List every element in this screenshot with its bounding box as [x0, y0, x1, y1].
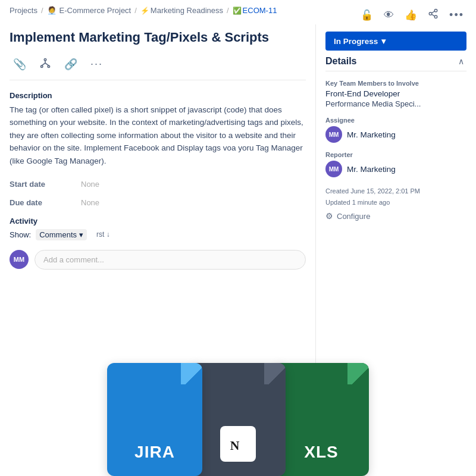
comment-row: MM Add a comment... [10, 250, 306, 270]
toolbar: 📎 🔗 ··· [10, 55, 306, 80]
created-date: Created June 15, 2022, 2:01 PM [325, 186, 466, 197]
comment-placeholder: Add a comment... [43, 255, 104, 264]
assignee-row: MM Mr. Marketing [325, 126, 466, 143]
svg-line-4 [432, 11, 435, 13]
lock-button[interactable]: 🔓 [358, 7, 375, 24]
svg-point-6 [41, 65, 43, 67]
assignee-field: Assignee MM Mr. Marketing [325, 117, 466, 143]
like-button[interactable]: 👍 [402, 7, 419, 24]
reporter-field: Reporter MM Mr. Marketing [325, 151, 466, 177]
due-date-row: Due date None [10, 198, 306, 207]
sort-label: rst ↓ [96, 230, 110, 239]
svg-line-9 [42, 63, 45, 65]
activity-label: Activity [10, 217, 306, 226]
page: Projects / 🧑‍💼 E-Commerce Project / ⚡ Ma… [0, 0, 476, 476]
comment-input[interactable]: Add a comment... [35, 250, 306, 270]
issue-icon: ✅ [233, 7, 242, 15]
show-dropdown-chevron: ▾ [79, 230, 83, 239]
assignee-avatar: MM [325, 126, 342, 143]
configure-row[interactable]: ⚙ Configure [325, 208, 466, 224]
due-date-label: Due date [10, 198, 81, 207]
hierarchy-button[interactable] [36, 55, 55, 74]
updated-date: Updated 1 minute ago [325, 197, 466, 208]
description-text: The tag (or often called pixel) is a sho… [10, 104, 306, 168]
gear-icon: ⚙ [325, 211, 333, 221]
description-label: Description [10, 91, 306, 100]
details-header: Details ∧ [325, 55, 466, 71]
reporter-label: Reporter [325, 151, 466, 158]
svg-line-10 [45, 63, 49, 65]
show-label: Show: [10, 230, 31, 239]
due-date-value[interactable]: None [81, 198, 99, 207]
status-dropdown-icon: ▾ [381, 36, 386, 46]
details-label: Details [325, 56, 356, 67]
svg-point-5 [44, 58, 46, 60]
breadcrumb-sep3: / [227, 6, 229, 15]
status-button[interactable]: In Progress ▾ [325, 32, 466, 51]
attach-button[interactable]: 📎 [10, 55, 30, 73]
right-panel: In Progress ▾ Details ∧ Key Team Members… [315, 24, 476, 476]
details-collapse-button[interactable]: ∧ [456, 55, 466, 67]
breadcrumb-sep1: / [41, 6, 43, 15]
key-team-value-1: Front-End Developer [325, 89, 466, 98]
key-team-label: Key Team Members to Involve [325, 80, 466, 87]
breadcrumb-issue-id[interactable]: ECOM-11 [243, 6, 277, 15]
start-date-value[interactable]: None [81, 180, 99, 189]
link-button[interactable]: 🔗 [61, 55, 81, 73]
breadcrumb-projects[interactable]: Projects [10, 6, 37, 15]
breadcrumb-project-name[interactable]: E-Commerce Project [60, 6, 131, 15]
issue-title: Implement Marketing Tag/Pixels & Scripts [10, 29, 306, 46]
current-user-avatar: MM [10, 250, 29, 269]
key-team-field: Key Team Members to Involve Front-End De… [325, 80, 466, 108]
breadcrumb-sep2: / [134, 6, 137, 15]
main-layout: Implement Marketing Tag/Pixels & Scripts… [0, 24, 476, 476]
breadcrumb-epic[interactable]: Marketing Readiness [151, 6, 223, 15]
details-section: Details ∧ Key Team Members to Involve Fr… [316, 55, 476, 224]
top-action-icons: 🔓 👁 👍 ••• [358, 6, 466, 24]
key-team-value-2: Performance Media Speci... [325, 99, 466, 108]
share-button[interactable] [425, 6, 441, 24]
reporter-name[interactable]: Mr. Marketing [347, 165, 396, 174]
start-date-label: Start date [10, 180, 81, 189]
svg-point-7 [48, 65, 49, 67]
start-date-row: Start date None [10, 180, 306, 189]
configure-label: Configure [337, 212, 370, 221]
left-content: Implement Marketing Tag/Pixels & Scripts… [0, 24, 315, 476]
meta-info: Created June 15, 2022, 2:01 PM Updated 1… [325, 186, 466, 208]
epic-icon: ⚡ [140, 7, 149, 15]
watch-button[interactable]: 👁 [381, 7, 396, 24]
activity-show-row: Show: Comments ▾ rst ↓ [10, 229, 306, 240]
show-dropdown[interactable]: Comments ▾ [36, 229, 87, 240]
assignee-label: Assignee [325, 117, 466, 124]
reporter-avatar: MM [325, 161, 342, 177]
more-toolbar-button[interactable]: ··· [87, 55, 107, 73]
project-icon: 🧑‍💼 [47, 6, 57, 15]
assignee-name[interactable]: Mr. Marketing [347, 130, 396, 139]
more-options-button[interactable]: ••• [447, 7, 466, 24]
activity-section: Activity Show: Comments ▾ rst ↓ MM Add a… [10, 217, 306, 270]
reporter-row: MM Mr. Marketing [325, 161, 466, 177]
svg-line-3 [432, 14, 435, 16]
breadcrumb: Projects / 🧑‍💼 E-Commerce Project / ⚡ Ma… [10, 6, 358, 15]
status-label: In Progress [334, 37, 378, 46]
show-value: Comments [39, 230, 77, 239]
